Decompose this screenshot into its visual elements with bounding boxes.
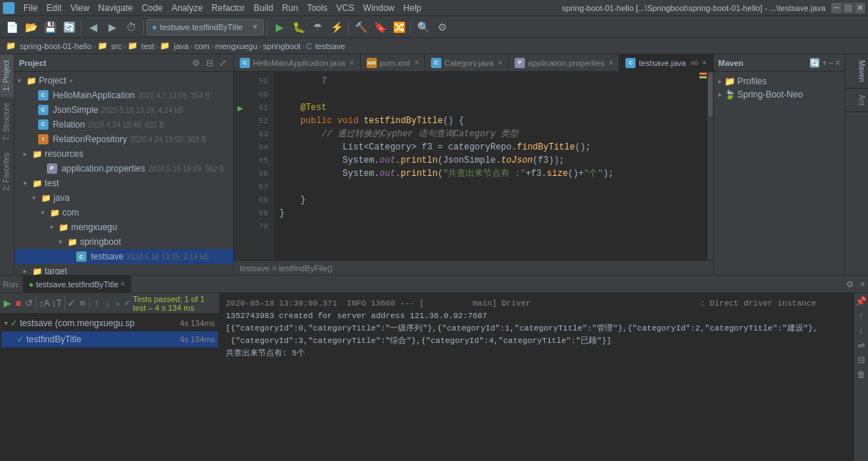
minimize-button[interactable]: ─: [831, 3, 842, 13]
run-pin-button[interactable]: 📌: [854, 295, 868, 308]
project-expand-button[interactable]: ⤢: [217, 57, 229, 69]
maven-refresh-button[interactable]: 🔄: [809, 58, 820, 68]
sync-button[interactable]: 🔄: [60, 18, 78, 36]
run-clear-button[interactable]: 🗑: [856, 368, 867, 381]
tree-item-mengxuegu-folder[interactable]: ▾ 📁 mengxuegu: [15, 220, 233, 235]
run-with-coverage-button[interactable]: ☂: [309, 18, 326, 36]
tree-item-java-folder[interactable]: ▾ 📁 java: [15, 191, 233, 205]
tree-item-relation-repo[interactable]: I RelationRepository 2020.4.24 19:50, 30…: [15, 132, 233, 147]
menu-navigate[interactable]: Navigate: [94, 0, 137, 16]
tab-pom[interactable]: xml pom.xml ×: [361, 54, 425, 71]
tree-item-com-folder[interactable]: ▾ 📁 com: [15, 205, 233, 220]
tab-testsave-close[interactable]: ×: [702, 59, 707, 67]
maximize-button[interactable]: □: [843, 3, 853, 13]
run-settings-button[interactable]: ⚙: [846, 279, 854, 289]
ant-side-tab[interactable]: Ant: [845, 89, 868, 112]
run-config-selector[interactable]: ● testsave.testfindByTitle ▼: [147, 19, 264, 35]
settings-button[interactable]: ⚙: [433, 18, 451, 36]
structure-tab[interactable]: 7: Structure: [0, 97, 14, 147]
tab-category[interactable]: C Category.java ×: [425, 54, 509, 71]
menu-vcs[interactable]: VCS: [332, 0, 359, 16]
tab-app-props[interactable]: P application.properties ×: [509, 54, 619, 71]
tree-item-app-props[interactable]: P application.properties 2020.5.16 18:09…: [15, 161, 233, 176]
menu-analyze[interactable]: Analyze: [167, 0, 207, 16]
menu-file[interactable]: File: [19, 0, 42, 16]
show-ignored-button[interactable]: ≡: [78, 296, 87, 311]
bc-springboot[interactable]: springboot: [263, 42, 301, 51]
bc-testsave[interactable]: C testsave: [306, 42, 345, 51]
tab-pom-close[interactable]: ×: [414, 59, 419, 67]
maven-side-tab[interactable]: Maven: [845, 54, 868, 89]
tree-item-target-folder[interactable]: ▸ 📁 target: [15, 264, 233, 275]
menu-run[interactable]: Run: [278, 0, 303, 16]
recent-button[interactable]: ⏱: [122, 18, 140, 36]
menu-help[interactable]: Help: [399, 0, 426, 16]
show-passed-button[interactable]: ✓: [67, 296, 76, 311]
bc-root[interactable]: 📁 spring-boot-01-hello: [6, 41, 92, 51]
menu-edit[interactable]: Edit: [42, 0, 66, 16]
project-gear-button[interactable]: ⚙: [190, 57, 202, 69]
close-button[interactable]: ✕: [855, 3, 865, 13]
bc-test[interactable]: 📁 test: [128, 41, 155, 51]
tree-item-test-folder[interactable]: ▾ 📁 test: [15, 176, 233, 191]
maven-profiles[interactable]: ▸ 📁 Profiles: [717, 75, 842, 88]
tab-app-props-close[interactable]: ×: [609, 59, 614, 67]
tree-item-resources[interactable]: ▸ 📁 resources: [15, 147, 233, 161]
run-filter-button[interactable]: ⊟: [856, 353, 867, 366]
test-suite-item[interactable]: ▾ ✓ testsave (com.mengxuegu.sp 4s 134ms: [1, 315, 218, 331]
tree-item-project-root[interactable]: ▾ 📁 Project ▾: [15, 73, 233, 88]
new-file-button[interactable]: 📄: [3, 18, 21, 36]
menu-view[interactable]: View: [66, 0, 94, 16]
menu-build[interactable]: Build: [249, 0, 278, 16]
sort-by-name-button[interactable]: ↕A: [39, 296, 50, 311]
run-tab-testsave[interactable]: ● testsave.testfindByTitle ×: [23, 276, 131, 293]
run-button[interactable]: ▶: [271, 18, 288, 36]
maven-spring-boot-neo[interactable]: ▸ 🍃 Spring-Boot-Neo: [717, 88, 842, 101]
code-editor[interactable]: 7 @Test public void testfindByTitle() { …: [273, 72, 699, 260]
profile-button[interactable]: ⚡: [328, 18, 345, 36]
menu-refactor[interactable]: Refactor: [207, 0, 249, 16]
tab-hello-main[interactable]: C HelloMainApplication.java ×: [234, 54, 361, 71]
tab-hello-main-close[interactable]: ×: [350, 59, 354, 67]
run-stop-button[interactable]: ■: [14, 296, 23, 311]
tree-item-springboot-folder[interactable]: ▾ 📁 springboot: [15, 235, 233, 249]
back-button[interactable]: ◀: [84, 18, 102, 36]
scroll-to-passed-button[interactable]: ↓: [103, 296, 112, 311]
run-panel-close[interactable]: ×: [857, 279, 868, 289]
tree-item-testsave[interactable]: C testsave 2020.5.18 13:35, 2.14 kB: [15, 249, 233, 264]
bookmark-button[interactable]: 🔖: [371, 18, 389, 36]
tree-item-relation[interactable]: C Relation 2020.4.24 18:49, 931 B: [15, 117, 233, 132]
scroll-to-failed-button[interactable]: ↑: [92, 296, 102, 311]
bc-java[interactable]: 📁 java: [160, 41, 188, 51]
build-button[interactable]: 🔨: [352, 18, 369, 36]
run-up-button[interactable]: ↑: [858, 309, 865, 322]
tab-testsave[interactable]: C testsave.java ≡6 ×: [619, 54, 713, 71]
bc-mengxuegu[interactable]: mengxuegu: [216, 42, 258, 51]
forward-button[interactable]: ▶: [103, 18, 121, 36]
maven-collapse-button[interactable]: −: [828, 58, 834, 68]
tree-item-json-simple[interactable]: C JsonSimple 2020.5.18 13:29, 4.24 kB: [15, 103, 233, 117]
maven-add-button[interactable]: +: [822, 58, 827, 68]
run-wrap-button[interactable]: ⇌: [856, 339, 867, 352]
debug-button[interactable]: 🐛: [290, 18, 307, 36]
project-tab[interactable]: 1: Project: [0, 54, 14, 97]
run-tab-close[interactable]: ×: [121, 280, 125, 288]
maven-close-button[interactable]: ×: [835, 58, 840, 68]
tree-item-hello-main[interactable]: C HelloMainApplication 2020.4.7 13:55, 3…: [15, 88, 233, 103]
run-rerun-button[interactable]: ↺: [25, 296, 34, 311]
expand-collapse-btn[interactable]: »: [115, 299, 119, 308]
menu-code[interactable]: Code: [137, 0, 167, 16]
menu-window[interactable]: Window: [358, 0, 399, 16]
menu-tools[interactable]: Tools: [303, 0, 332, 16]
sort-by-duration-button[interactable]: ↕T: [51, 296, 62, 311]
open-button[interactable]: 📂: [22, 18, 40, 36]
code-scrollbar[interactable]: [707, 72, 713, 260]
save-button[interactable]: 💾: [41, 18, 59, 36]
run-down-button[interactable]: ↓: [858, 324, 865, 337]
favorites-tab[interactable]: 2: Favorites: [0, 147, 14, 196]
search-everywhere-button[interactable]: 🔍: [414, 18, 432, 36]
project-layout-button[interactable]: ⊟: [204, 57, 216, 69]
run-again-button[interactable]: ▶: [3, 296, 12, 311]
tab-category-close[interactable]: ×: [498, 59, 502, 67]
bc-com[interactable]: com: [194, 42, 210, 51]
